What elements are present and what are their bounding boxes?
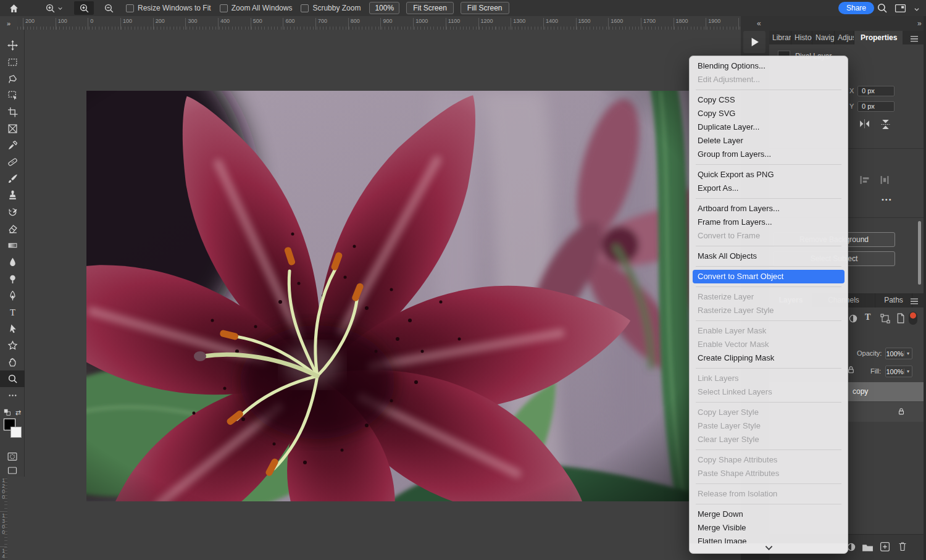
more-tools[interactable] bbox=[0, 387, 25, 404]
menu-item-copy-svg[interactable]: Copy SVG bbox=[690, 107, 848, 120]
dodge-tool[interactable] bbox=[0, 270, 25, 287]
chevron-down-icon[interactable] bbox=[910, 2, 924, 16]
menu-item-frame-from-layers[interactable]: Frame from Layers... bbox=[690, 215, 848, 229]
ruler-label: 1400 bbox=[543, 18, 558, 30]
zoom-all-windows-checkbox[interactable]: Zoom All Windows bbox=[220, 4, 293, 12]
menu-item-create-clipping-mask[interactable]: Create Clipping Mask bbox=[690, 351, 848, 365]
default-colors-icon[interactable] bbox=[4, 409, 12, 417]
menu-item-merge-visible[interactable]: Merge Visible bbox=[690, 521, 848, 535]
zoom-tool-icon[interactable] bbox=[41, 1, 67, 15]
ruler-label: 1000 bbox=[413, 18, 428, 30]
menu-item-merge-down[interactable]: Merge Down bbox=[690, 508, 848, 521]
tab-navigator[interactable]: Navigator bbox=[812, 31, 835, 44]
ruler-label: 100 bbox=[56, 18, 67, 30]
zoom-tool[interactable] bbox=[0, 370, 25, 387]
filter-smart-object-icon[interactable] bbox=[896, 313, 905, 326]
menu-item-duplicate-layer[interactable]: Duplicate Layer... bbox=[690, 120, 848, 134]
lasso-tool[interactable] bbox=[0, 70, 25, 87]
path-selection-tool[interactable] bbox=[0, 320, 25, 337]
tab-paths[interactable]: Paths bbox=[875, 293, 912, 307]
horizontal-ruler[interactable]: 2001000100200300400500600700800900100011… bbox=[7, 16, 743, 30]
menu-item-export-as[interactable]: Export As... bbox=[690, 182, 848, 195]
checkbox-label: Zoom All Windows bbox=[231, 4, 293, 12]
menu-item-quick-export-as-png[interactable]: Quick Export as PNG bbox=[690, 168, 848, 182]
checkbox-box[interactable] bbox=[220, 4, 228, 12]
share-button[interactable]: Share bbox=[838, 2, 874, 14]
brush-tool[interactable] bbox=[0, 170, 25, 187]
checkbox-box[interactable] bbox=[126, 4, 134, 12]
delete-layer-icon[interactable] bbox=[898, 541, 907, 554]
search-icon[interactable] bbox=[873, 1, 891, 15]
home-icon[interactable] bbox=[5, 1, 23, 15]
eraser-tool[interactable] bbox=[0, 220, 25, 237]
menu-item-enable-layer-mask: Enable Layer Mask bbox=[690, 324, 848, 338]
collapse-panels-left-icon[interactable]: « bbox=[757, 19, 761, 28]
blur-tool[interactable] bbox=[0, 254, 25, 270]
canvas-image[interactable] bbox=[86, 91, 690, 501]
zoom-in-button[interactable] bbox=[74, 1, 94, 15]
history-brush-tool[interactable] bbox=[0, 204, 25, 220]
panel-scrollbar-thumb[interactable] bbox=[918, 221, 921, 285]
scrubby-zoom-checkbox[interactable]: Scrubby Zoom bbox=[301, 4, 361, 12]
zoom-out-button[interactable] bbox=[99, 1, 119, 15]
object-selection-tool[interactable] bbox=[0, 87, 25, 104]
workspace-icon[interactable] bbox=[891, 1, 910, 15]
flip-vertical-icon[interactable] bbox=[880, 119, 891, 133]
background-color-swatch[interactable] bbox=[10, 427, 22, 438]
panel-menu-icon[interactable] bbox=[910, 296, 919, 307]
move-tool[interactable] bbox=[0, 37, 25, 54]
more-options-dots[interactable]: ••• bbox=[882, 196, 893, 203]
opacity-dropdown[interactable]: 100% ▾ bbox=[885, 348, 912, 359]
collapsed-actions-panel-button[interactable] bbox=[743, 31, 765, 53]
tab-libraries[interactable]: Libraries bbox=[769, 31, 791, 44]
menu-item-copy-css[interactable]: Copy CSS bbox=[690, 93, 848, 107]
ruler-label: 400 bbox=[218, 18, 230, 30]
menu-item-convert-to-smart-object[interactable]: Convert to Smart Object bbox=[693, 270, 845, 283]
y-field[interactable]: 0 px bbox=[857, 101, 895, 112]
checkbox-box[interactable] bbox=[301, 4, 309, 12]
panel-menu-icon[interactable] bbox=[910, 34, 919, 45]
clone-stamp-tool[interactable] bbox=[0, 187, 25, 204]
menu-item-mask-all-objects[interactable]: Mask All Objects bbox=[690, 249, 848, 263]
marquee-tool[interactable] bbox=[0, 54, 25, 70]
tab-properties[interactable]: Properties bbox=[854, 31, 903, 44]
filter-frame-icon[interactable] bbox=[880, 314, 890, 326]
fill-dropdown[interactable]: 100% ▾ bbox=[885, 366, 912, 377]
flip-horizontal-icon[interactable] bbox=[859, 119, 870, 132]
selected-layer-name[interactable]: copy bbox=[853, 387, 868, 396]
x-field[interactable]: 0 px bbox=[857, 86, 895, 96]
fit-screen-button[interactable]: Fit Screen bbox=[406, 2, 454, 14]
menu-item-paste-shape-attributes: Paste Shape Attributes bbox=[690, 467, 848, 480]
healing-brush-tool[interactable] bbox=[0, 154, 25, 170]
new-layer-icon[interactable] bbox=[880, 541, 890, 554]
distribute-layers-icon bbox=[879, 175, 890, 187]
toolbar-collapse-button[interactable]: » bbox=[0, 17, 17, 30]
eyedropper-tool[interactable] bbox=[0, 137, 25, 154]
filter-type-icon[interactable]: T bbox=[865, 312, 870, 322]
filter-adjustment-icon[interactable] bbox=[848, 314, 858, 326]
swap-colors-icon[interactable]: ⇄ bbox=[15, 409, 21, 417]
zoom-level-field[interactable]: 100% bbox=[369, 2, 399, 14]
fill-value: 100% bbox=[886, 368, 904, 375]
frame-tool[interactable] bbox=[0, 120, 25, 137]
collapse-panels-right-icon[interactable]: » bbox=[917, 19, 922, 28]
crop-tool[interactable] bbox=[0, 104, 25, 120]
gradient-tool[interactable] bbox=[0, 237, 25, 254]
type-tool[interactable]: T bbox=[0, 304, 25, 320]
menu-scroll-chevron-icon[interactable] bbox=[690, 543, 848, 553]
tab-adjustments[interactable]: Adjustments bbox=[835, 31, 854, 44]
menu-item-group-from-layers[interactable]: Group from Layers... bbox=[690, 148, 848, 161]
hand-tool[interactable] bbox=[0, 354, 25, 370]
resize-windows-checkbox[interactable]: Resize Windows to Fit bbox=[126, 4, 211, 12]
filter-toggle[interactable] bbox=[909, 312, 917, 325]
screen-mode-button[interactable] bbox=[0, 462, 25, 479]
menu-item-blending-options[interactable]: Blending Options... bbox=[690, 59, 848, 73]
fill-screen-button[interactable]: Fill Screen bbox=[461, 2, 509, 14]
menu-item-artboard-from-layers[interactable]: Artboard from Layers... bbox=[690, 202, 848, 215]
tab-histogram[interactable]: Histogram bbox=[791, 31, 812, 44]
menu-item-release-from-isolation: Release from Isolation bbox=[690, 487, 848, 501]
shape-tool[interactable] bbox=[0, 337, 25, 354]
menu-item-delete-layer[interactable]: Delete Layer bbox=[690, 134, 848, 148]
new-group-icon[interactable] bbox=[862, 543, 874, 554]
pen-tool[interactable] bbox=[0, 287, 25, 304]
